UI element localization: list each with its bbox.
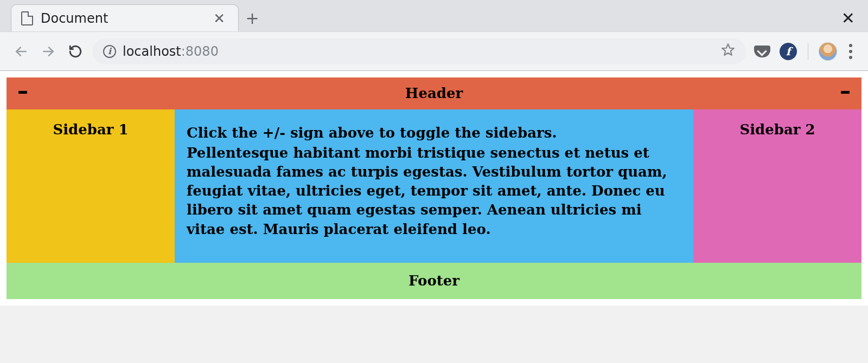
avatar [819, 42, 837, 61]
back-button[interactable] [11, 41, 31, 62]
page-viewport: – Header – Sidebar 1 Click the +/- sign … [0, 71, 868, 306]
pocket-icon [754, 46, 770, 57]
main-body-text: Pellentesque habitant morbi tristique se… [187, 144, 681, 238]
reload-button[interactable] [65, 41, 86, 62]
toolbar: i localhost:8080 f [0, 31, 868, 70]
toggle-sidebar-right-button[interactable]: – [839, 86, 852, 102]
url-host: localhost [123, 44, 181, 59]
svg-marker-2 [722, 44, 734, 55]
tab-bar: Document ✕ + ✕ [0, 0, 868, 31]
star-icon [721, 43, 735, 57]
main-instruction-text: Click the +/- sign above to toggle the s… [187, 124, 681, 142]
content-row: Sidebar 1 Click the +/- sign above to to… [7, 109, 861, 263]
url-text: localhost:8080 [123, 44, 219, 59]
close-window-icon[interactable]: ✕ [834, 9, 863, 28]
menu-button[interactable] [844, 44, 857, 59]
close-tab-icon[interactable]: ✕ [211, 9, 227, 28]
new-tab-button[interactable]: + [239, 4, 266, 31]
pocket-extension-button[interactable] [752, 42, 772, 61]
footer-section: Footer [7, 263, 861, 299]
toggle-sidebar-left-button[interactable]: – [16, 86, 29, 102]
sidebar-1-title: Sidebar 1 [53, 121, 128, 138]
header-title: Header [29, 84, 839, 103]
browser-chrome: Document ✕ + ✕ i localhost:8080 [0, 0, 868, 71]
browser-tab[interactable]: Document ✕ [11, 4, 239, 31]
site-info-icon[interactable]: i [103, 45, 116, 58]
tab-title: Document [41, 11, 203, 26]
arrow-right-icon [41, 44, 55, 59]
url-port: :8080 [181, 44, 219, 59]
bookmark-button[interactable] [721, 43, 735, 60]
layout-container: – Header – Sidebar 1 Click the +/- sign … [7, 77, 861, 299]
dot-icon [849, 44, 852, 47]
header-section: – Header – [7, 77, 861, 109]
fedora-extension-button[interactable]: f [778, 42, 798, 61]
sidebar-2-title: Sidebar 2 [739, 121, 815, 138]
address-bar[interactable]: i localhost:8080 [92, 38, 746, 64]
separator [808, 43, 808, 60]
main-content: Click the +/- sign above to toggle the s… [175, 109, 693, 263]
forward-button[interactable] [38, 41, 59, 62]
sidebar-2: Sidebar 2 [693, 109, 861, 263]
arrow-left-icon [14, 44, 28, 59]
dot-icon [849, 56, 852, 59]
dot-icon [849, 50, 852, 53]
fedora-icon: f [780, 43, 797, 60]
footer-title: Footer [409, 273, 459, 289]
reload-icon [68, 44, 82, 59]
file-icon [21, 11, 33, 25]
profile-button[interactable] [818, 42, 838, 61]
sidebar-1: Sidebar 1 [7, 109, 175, 263]
